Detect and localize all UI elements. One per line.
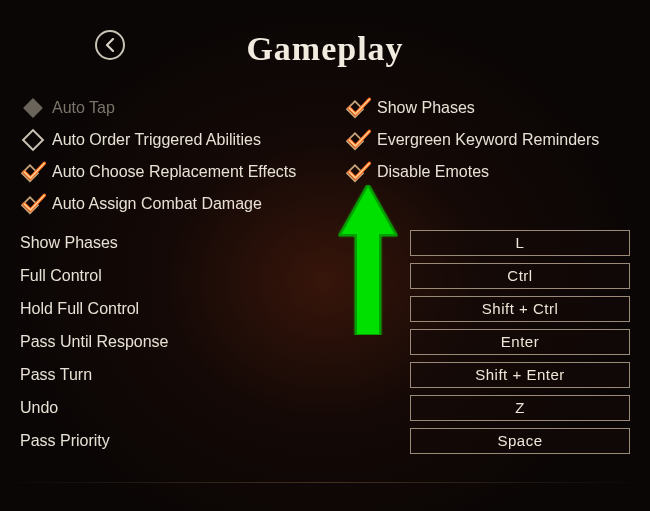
option-show-phases[interactable]: Show Phases bbox=[345, 92, 630, 124]
keybind-label: Pass Priority bbox=[20, 432, 402, 450]
keybind-input[interactable]: Shift + Ctrl bbox=[410, 296, 630, 322]
checkbox-icon bbox=[20, 95, 46, 121]
keybind-label: Pass Turn bbox=[20, 366, 402, 384]
option-label: Auto Assign Combat Damage bbox=[52, 195, 262, 213]
option-label: Auto Order Triggered Abilities bbox=[52, 131, 261, 149]
options-left-column: Auto TapAuto Order Triggered AbilitiesAu… bbox=[20, 92, 305, 220]
keybind-input[interactable]: Space bbox=[410, 428, 630, 454]
options-right-column: Show PhasesEvergreen Keyword RemindersDi… bbox=[345, 92, 630, 220]
option-disable-emotes[interactable]: Disable Emotes bbox=[345, 156, 630, 188]
keybind-row: Pass PrioritySpace bbox=[20, 424, 630, 457]
keybind-input[interactable]: Z bbox=[410, 395, 630, 421]
option-label: Evergreen Keyword Reminders bbox=[377, 131, 599, 149]
keybind-row: UndoZ bbox=[20, 391, 630, 424]
keybind-label: Show Phases bbox=[20, 234, 402, 252]
keybind-label: Full Control bbox=[20, 267, 402, 285]
keybind-label: Pass Until Response bbox=[20, 333, 402, 351]
keybind-row: Show PhasesL bbox=[20, 226, 630, 259]
keybind-input[interactable]: Enter bbox=[410, 329, 630, 355]
keybind-input[interactable]: Shift + Enter bbox=[410, 362, 630, 388]
keybind-label: Hold Full Control bbox=[20, 300, 402, 318]
checkbox-icon bbox=[20, 127, 46, 153]
keybind-row: Full ControlCtrl bbox=[20, 259, 630, 292]
checkbox-icon bbox=[345, 159, 371, 185]
option-label: Show Phases bbox=[377, 99, 475, 117]
option-label: Auto Choose Replacement Effects bbox=[52, 163, 296, 181]
option-label: Auto Tap bbox=[52, 99, 115, 117]
keybind-input[interactable]: Ctrl bbox=[410, 263, 630, 289]
checkbox-icon bbox=[345, 95, 371, 121]
option-auto-tap: Auto Tap bbox=[20, 92, 305, 124]
keybind-row: Pass Until ResponseEnter bbox=[20, 325, 630, 358]
checkbox-icon bbox=[20, 159, 46, 185]
option-auto-assign-combat-damage[interactable]: Auto Assign Combat Damage bbox=[20, 188, 305, 220]
chevron-left-icon bbox=[104, 38, 116, 52]
option-auto-order-triggered-abilities[interactable]: Auto Order Triggered Abilities bbox=[20, 124, 305, 156]
svg-rect-1 bbox=[23, 130, 43, 150]
keybind-label: Undo bbox=[20, 399, 402, 417]
checkbox-icon bbox=[20, 191, 46, 217]
option-auto-choose-replacement-effects[interactable]: Auto Choose Replacement Effects bbox=[20, 156, 305, 188]
keybind-row: Hold Full ControlShift + Ctrl bbox=[20, 292, 630, 325]
option-label: Disable Emotes bbox=[377, 163, 489, 181]
keybind-input[interactable]: L bbox=[410, 230, 630, 256]
option-evergreen-keyword-reminders[interactable]: Evergreen Keyword Reminders bbox=[345, 124, 630, 156]
back-button[interactable] bbox=[95, 30, 125, 60]
footer-divider bbox=[0, 482, 650, 483]
svg-rect-0 bbox=[23, 98, 43, 118]
checkbox-icon bbox=[345, 127, 371, 153]
keybindings-section: Show PhasesLFull ControlCtrlHold Full Co… bbox=[0, 220, 650, 457]
keybind-row: Pass TurnShift + Enter bbox=[20, 358, 630, 391]
